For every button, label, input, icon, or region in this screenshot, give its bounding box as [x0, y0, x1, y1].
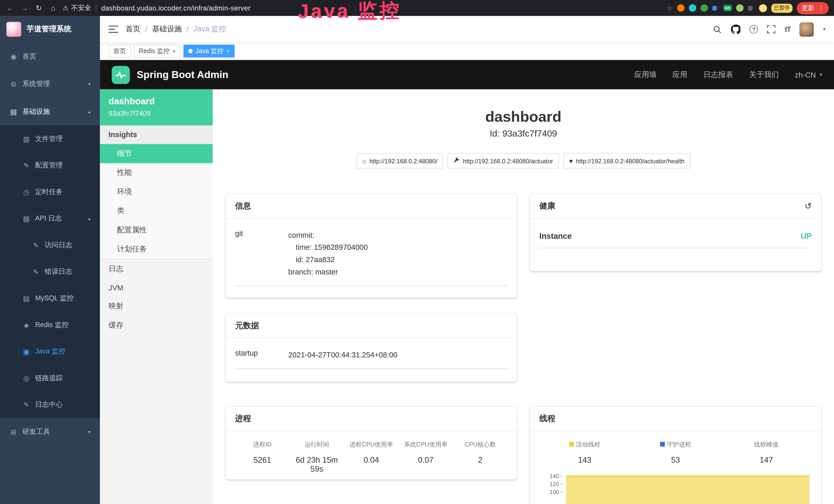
instance-nav-mappings[interactable]: 映射: [100, 297, 213, 316]
paused-badge: 已暂停: [771, 3, 793, 12]
sba-language-select[interactable]: zh-CN ▾: [795, 70, 822, 79]
git-time-line: time: 1596289704000: [288, 241, 368, 254]
user-avatar[interactable]: [799, 22, 814, 37]
git-commit-line: commit:: [288, 229, 368, 242]
sidebar-item-home[interactable]: ◉ 首页: [0, 43, 100, 70]
insights-group: 细节 性能 环境 类 配置属性 计划任务: [100, 144, 213, 259]
instance-nav-details[interactable]: 细节: [100, 144, 213, 163]
browser-toolbar: ← → ↻ ⌂ ⚠ 不安全 dashboard.yudao.iocoder.cn…: [0, 0, 834, 16]
tag-home[interactable]: 首页: [108, 45, 131, 58]
close-icon[interactable]: ×: [226, 48, 229, 54]
github-icon[interactable]: [731, 24, 741, 34]
active-threads-area: [566, 475, 809, 504]
history-icon[interactable]: ↺: [805, 201, 812, 211]
instance-nav-config-props[interactable]: 配置属性: [100, 221, 213, 240]
sidebar-item-log-center[interactable]: ✎ 日志中心: [0, 391, 100, 418]
breadcrumb-separator: /: [145, 25, 147, 33]
actuator-url-link[interactable]: http://192.168.0.2:48080/actuator: [447, 153, 559, 168]
sidebar-item-label: 错误日志: [45, 267, 72, 276]
search-icon[interactable]: [713, 25, 722, 33]
browser-update-button[interactable]: 更新 ⋮: [797, 2, 829, 14]
metric-pid: 进程ID 5261: [235, 441, 289, 473]
topbar: 首页 / 基础设施 / Java 监控 ?: [100, 16, 834, 43]
sidebar-item-label: 文件管理: [35, 134, 63, 143]
sidebar-item-error-log[interactable]: ✎ 错误日志: [0, 258, 100, 285]
bookmark-star-icon[interactable]: ☆: [666, 4, 673, 12]
sidebar-item-tracing[interactable]: ◎ 链路追踪: [0, 365, 100, 392]
tag-redis[interactable]: Redis 监控 ×: [134, 45, 180, 58]
hamburger-icon[interactable]: [108, 25, 118, 33]
metric-label: 系统CPU使用率: [398, 441, 453, 449]
extension-icon-teal[interactable]: [688, 4, 696, 12]
font-size-icon[interactable]: tT: [785, 25, 791, 33]
breadcrumb-current: Java 监控: [193, 24, 226, 34]
health-card-title: 健康: [540, 201, 555, 211]
instance-nav-environment[interactable]: 环境: [100, 182, 213, 202]
instance-sidebar: dashboard 93a3fc7f7409 Insights 细节 性能 环境…: [100, 89, 213, 504]
sba-nav-applications[interactable]: 应用: [673, 70, 687, 79]
sidebar-item-config[interactable]: ✎ 配置管理: [0, 152, 100, 179]
link-label: http://192.168.0.2:48080/actuator: [463, 158, 553, 164]
tag-java-monitor[interactable]: Java 监控 ×: [184, 45, 234, 58]
breadcrumb-home[interactable]: 首页: [126, 24, 140, 34]
breadcrumb-separator: /: [187, 25, 189, 33]
instance-nav-classes[interactable]: 类: [100, 202, 213, 221]
sidebar-item-access-log[interactable]: ✎ 访问日志: [0, 232, 100, 258]
sba-nav-wallboard[interactable]: 应用墙: [634, 70, 657, 79]
instance-nav-performance[interactable]: 性能: [100, 163, 213, 183]
instance-label: Instance: [540, 231, 572, 240]
extension-icon-leaf[interactable]: [736, 4, 744, 12]
app-title: 芋道管理系统: [27, 24, 71, 34]
instance-header[interactable]: dashboard 93a3fc7f7409: [100, 89, 213, 125]
admin-sidebar: 芋道管理系统 ◉ 首页 ⚙ 系统管理 ▾ ▤ 基础设施 ▴ ▥ 文件管理: [0, 16, 100, 504]
sidebar-item-mysql[interactable]: ▤ MySQL 监控: [0, 285, 100, 312]
sidebar-item-infra[interactable]: ▤ 基础设施 ▴: [0, 98, 100, 125]
sidebar-item-system[interactable]: ⚙ 系统管理 ▾: [0, 70, 100, 98]
forward-icon[interactable]: →: [20, 4, 29, 12]
security-indicator[interactable]: ⚠ 不安全: [63, 3, 91, 12]
sba-nav-journal[interactable]: 日志报表: [703, 70, 733, 79]
service-url-link[interactable]: ⌂ http://192.168.0.2:48080/: [356, 153, 443, 168]
sidebar-item-devtools[interactable]: ⊞ 研发工具 ▾: [0, 418, 100, 446]
extension-face-icon[interactable]: [759, 4, 767, 12]
extension-puzzle-icon[interactable]: [748, 6, 753, 10]
sidebar-item-label: 配置管理: [35, 160, 63, 170]
extension-icon-orange[interactable]: [677, 4, 684, 12]
metric-process-cpu: 进程CPU使用率 0.04: [344, 441, 398, 473]
metric-label: 进程CPU使用率: [344, 441, 398, 449]
y-tick: 120: [540, 481, 564, 488]
back-icon[interactable]: ←: [5, 4, 15, 12]
reload-icon[interactable]: ↻: [34, 4, 44, 12]
instance-nav-logs[interactable]: 日志: [100, 259, 213, 279]
sidebar-item-files[interactable]: ▥ 文件管理: [0, 125, 100, 152]
sba-nav-about[interactable]: 关于我们: [749, 70, 779, 79]
home-icon: ⌂: [363, 157, 366, 165]
extension-on-badge[interactable]: on: [723, 5, 732, 11]
legend-square-yellow: [569, 442, 574, 447]
sidebar-item-java-monitor[interactable]: ▣ Java 监控: [0, 338, 100, 365]
instance-nav-caches[interactable]: 缓存: [100, 316, 213, 335]
address-bar[interactable]: dashboard.yudao.iocoder.cn/infra/admin-s…: [101, 4, 250, 12]
menu-dots-icon[interactable]: ⋮: [818, 5, 824, 12]
close-icon[interactable]: ×: [172, 48, 176, 54]
extension-icon-green[interactable]: [700, 4, 708, 12]
clock-icon: ◷: [22, 188, 30, 196]
legend-square-blue: [660, 442, 665, 447]
sba-brand: Spring Boot Admin: [137, 69, 228, 81]
sidebar-item-redis[interactable]: ◈ Redis 监控: [0, 312, 100, 338]
metadata-card: 元数据 startup 2021-04-27T00:44:31.254+08:0…: [225, 314, 517, 382]
health-url-link[interactable]: ♥ http://192.168.0.2:48080/actuator/heal…: [563, 153, 690, 168]
sidebar-item-api-log[interactable]: ▨ API 日志 ▴: [0, 205, 100, 232]
sidebar-item-jobs[interactable]: ◷ 定时任务: [0, 179, 100, 205]
fullscreen-icon[interactable]: [767, 25, 776, 33]
help-icon[interactable]: ?: [749, 25, 758, 33]
instance-nav-scheduled-tasks[interactable]: 计划任务: [100, 240, 213, 259]
home-icon[interactable]: ⌂: [48, 4, 58, 12]
startup-row: startup 2021-04-27T00:44:31.254+08:00: [235, 343, 507, 369]
instance-nav-jvm[interactable]: JVM: [100, 279, 213, 297]
caret-down-icon[interactable]: ▾: [823, 27, 825, 32]
metric-label: CPU核心数: [453, 441, 507, 449]
extension-icon-blue-grid[interactable]: [712, 6, 717, 10]
app-logo[interactable]: 芋道管理系统: [0, 16, 100, 43]
main-content: dashboard Id: 93a3fc7f7409 ⌂ http://192.…: [213, 89, 834, 504]
